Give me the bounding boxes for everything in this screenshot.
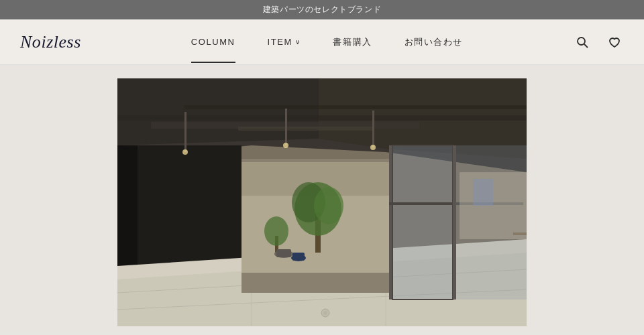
main-nav: COLUMN ITEM ∨ 書籍購入 お問い合わせ [191,36,463,48]
announcement-bar: 建築パーツのセレクトブランド [0,0,644,19]
svg-rect-35 [453,145,456,299]
svg-rect-44 [184,112,186,152]
hero-image: PORTER'S ORIGINAL PAINTS [117,78,527,326]
svg-point-24 [314,187,343,224]
main-content: PORTER'S ORIGINAL PAINTS [0,65,644,332]
svg-rect-43 [473,179,493,206]
heart-icon [608,36,621,49]
site-logo[interactable]: Noizless [20,32,81,52]
svg-point-52 [323,311,327,315]
hero-image-container: PORTER'S ORIGINAL PAINTS [117,78,527,326]
header-icons [573,33,624,52]
svg-point-0 [578,38,585,45]
svg-rect-50 [513,232,527,235]
svg-point-48 [283,143,288,148]
svg-rect-18 [184,105,527,109]
svg-marker-4 [117,78,319,145]
svg-point-47 [182,149,188,155]
nav-item-item-label: ITEM [268,37,292,47]
nav-item-column[interactable]: COLUMN [191,37,235,47]
svg-line-1 [584,44,588,48]
svg-rect-32 [392,145,453,299]
svg-rect-17 [117,115,527,121]
chevron-down-icon: ∨ [295,38,301,46]
nav-item-books[interactable]: 書籍購入 [333,36,372,48]
header: Noizless COLUMN ITEM ∨ 書籍購入 お問い合わせ [0,19,644,65]
search-icon [576,36,589,49]
announcement-text: 建築パーツのセレクトブランド [263,5,381,14]
svg-point-26 [264,216,288,246]
svg-point-49 [370,145,376,150]
svg-rect-28 [276,249,291,257]
nav-item-item[interactable]: ITEM ∨ [268,37,301,47]
svg-rect-45 [285,109,287,145]
svg-rect-46 [372,111,374,147]
svg-rect-20 [238,127,372,131]
wishlist-button[interactable] [605,33,624,52]
nav-item-contact[interactable]: お問い合わせ [405,36,463,48]
svg-rect-30 [292,253,305,261]
search-button[interactable] [573,33,592,52]
